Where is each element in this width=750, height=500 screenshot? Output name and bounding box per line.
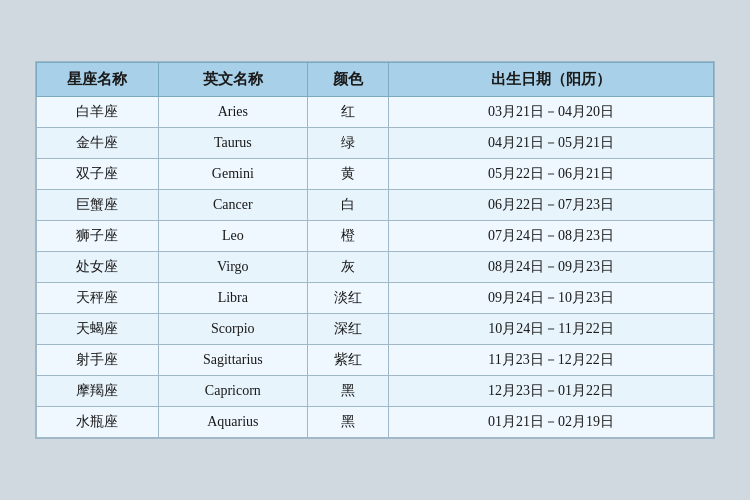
cell-color: 绿	[307, 128, 388, 159]
cell-chinese-name: 射手座	[37, 345, 159, 376]
cell-chinese-name: 白羊座	[37, 97, 159, 128]
cell-birth-date: 12月23日－01月22日	[389, 376, 714, 407]
table-row: 摩羯座Capricorn黑12月23日－01月22日	[37, 376, 714, 407]
table-row: 巨蟹座Cancer白06月22日－07月23日	[37, 190, 714, 221]
zodiac-table-container: 星座名称 英文名称 颜色 出生日期（阳历） 白羊座Aries红03月21日－04…	[35, 61, 715, 439]
table-header-row: 星座名称 英文名称 颜色 出生日期（阳历）	[37, 63, 714, 97]
header-english-name: 英文名称	[158, 63, 307, 97]
table-row: 天秤座Libra淡红09月24日－10月23日	[37, 283, 714, 314]
table-row: 金牛座Taurus绿04月21日－05月21日	[37, 128, 714, 159]
cell-english-name: Cancer	[158, 190, 307, 221]
cell-color: 白	[307, 190, 388, 221]
cell-chinese-name: 狮子座	[37, 221, 159, 252]
cell-color: 深红	[307, 314, 388, 345]
cell-english-name: Gemini	[158, 159, 307, 190]
cell-chinese-name: 处女座	[37, 252, 159, 283]
cell-english-name: Libra	[158, 283, 307, 314]
cell-birth-date: 04月21日－05月21日	[389, 128, 714, 159]
cell-birth-date: 11月23日－12月22日	[389, 345, 714, 376]
table-row: 狮子座Leo橙07月24日－08月23日	[37, 221, 714, 252]
zodiac-table: 星座名称 英文名称 颜色 出生日期（阳历） 白羊座Aries红03月21日－04…	[36, 62, 714, 438]
cell-english-name: Aries	[158, 97, 307, 128]
table-row: 双子座Gemini黄05月22日－06月21日	[37, 159, 714, 190]
cell-chinese-name: 巨蟹座	[37, 190, 159, 221]
header-chinese-name: 星座名称	[37, 63, 159, 97]
cell-color: 红	[307, 97, 388, 128]
cell-birth-date: 10月24日－11月22日	[389, 314, 714, 345]
table-row: 水瓶座Aquarius黑01月21日－02月19日	[37, 407, 714, 438]
table-row: 天蝎座Scorpio深红10月24日－11月22日	[37, 314, 714, 345]
cell-english-name: Taurus	[158, 128, 307, 159]
cell-color: 橙	[307, 221, 388, 252]
header-birth-date: 出生日期（阳历）	[389, 63, 714, 97]
cell-english-name: Capricorn	[158, 376, 307, 407]
cell-color: 黑	[307, 407, 388, 438]
cell-chinese-name: 水瓶座	[37, 407, 159, 438]
table-row: 射手座Sagittarius紫红11月23日－12月22日	[37, 345, 714, 376]
table-row: 处女座Virgo灰08月24日－09月23日	[37, 252, 714, 283]
table-body: 白羊座Aries红03月21日－04月20日金牛座Taurus绿04月21日－0…	[37, 97, 714, 438]
cell-chinese-name: 双子座	[37, 159, 159, 190]
cell-birth-date: 08月24日－09月23日	[389, 252, 714, 283]
cell-chinese-name: 金牛座	[37, 128, 159, 159]
cell-english-name: Virgo	[158, 252, 307, 283]
cell-chinese-name: 天蝎座	[37, 314, 159, 345]
header-color: 颜色	[307, 63, 388, 97]
cell-color: 紫红	[307, 345, 388, 376]
cell-color: 灰	[307, 252, 388, 283]
cell-birth-date: 01月21日－02月19日	[389, 407, 714, 438]
cell-english-name: Scorpio	[158, 314, 307, 345]
cell-color: 淡红	[307, 283, 388, 314]
cell-birth-date: 07月24日－08月23日	[389, 221, 714, 252]
cell-english-name: Aquarius	[158, 407, 307, 438]
cell-english-name: Leo	[158, 221, 307, 252]
cell-birth-date: 05月22日－06月21日	[389, 159, 714, 190]
cell-english-name: Sagittarius	[158, 345, 307, 376]
cell-color: 黄	[307, 159, 388, 190]
table-row: 白羊座Aries红03月21日－04月20日	[37, 97, 714, 128]
cell-chinese-name: 摩羯座	[37, 376, 159, 407]
cell-chinese-name: 天秤座	[37, 283, 159, 314]
cell-birth-date: 06月22日－07月23日	[389, 190, 714, 221]
cell-birth-date: 09月24日－10月23日	[389, 283, 714, 314]
cell-color: 黑	[307, 376, 388, 407]
cell-birth-date: 03月21日－04月20日	[389, 97, 714, 128]
